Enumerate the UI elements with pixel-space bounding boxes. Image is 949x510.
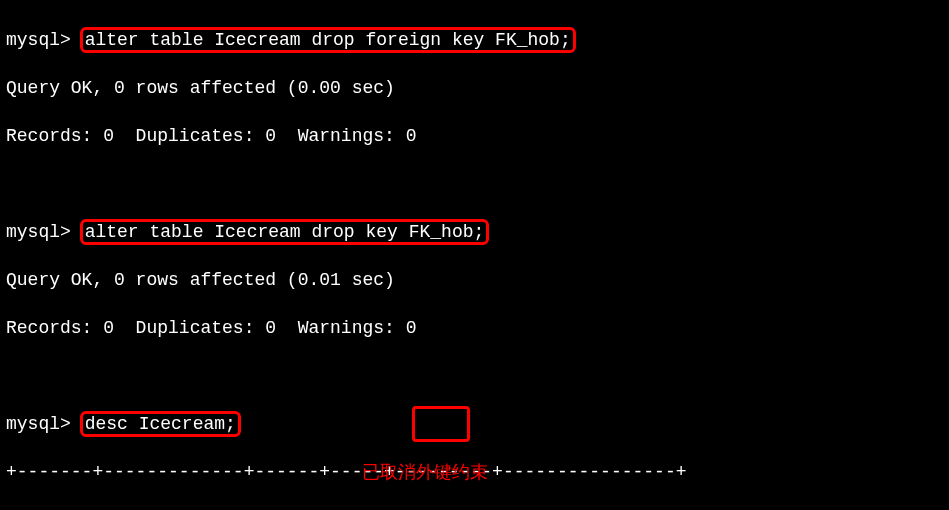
blank-line bbox=[6, 172, 943, 196]
command-line-2[interactable]: mysql> alter table Icecream drop key FK_… bbox=[6, 220, 943, 244]
prompt: mysql> bbox=[6, 30, 71, 50]
command-1: alter table Icecream drop foreign key FK… bbox=[80, 27, 576, 53]
command-line-3[interactable]: mysql> desc Icecream; bbox=[6, 412, 943, 436]
command-2: alter table Icecream drop key FK_hob; bbox=[80, 219, 490, 245]
prompt: mysql> bbox=[6, 414, 71, 434]
result-records-2: Records: 0 Duplicates: 0 Warnings: 0 bbox=[6, 316, 943, 340]
command-3: desc Icecream; bbox=[80, 411, 241, 437]
terminal-output: mysql> alter table Icecream drop foreign… bbox=[0, 0, 949, 510]
prompt: mysql> bbox=[6, 222, 71, 242]
annotation-foreign-key-removed: 已取消外键约束 bbox=[362, 460, 488, 484]
command-line-1[interactable]: mysql> alter table Icecream drop foreign… bbox=[6, 28, 943, 52]
result-ok-1: Query OK, 0 rows affected (0.00 sec) bbox=[6, 76, 943, 100]
blank-line bbox=[6, 364, 943, 388]
result-records-1: Records: 0 Duplicates: 0 Warnings: 0 bbox=[6, 124, 943, 148]
result-ok-2: Query OK, 0 rows affected (0.01 sec) bbox=[6, 268, 943, 292]
